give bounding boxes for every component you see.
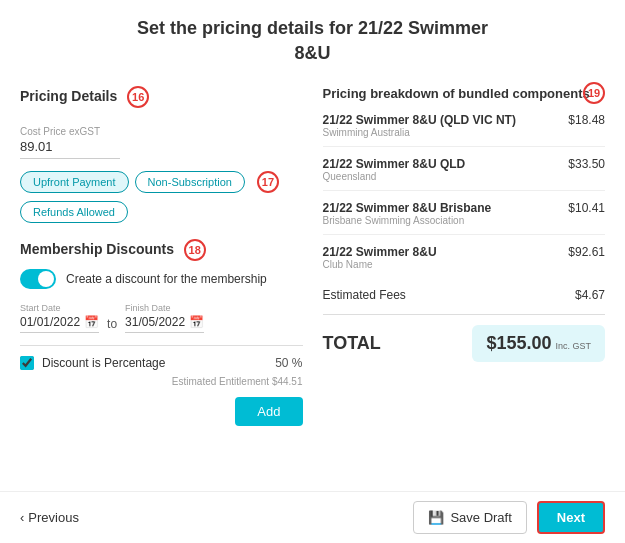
footer: ‹ Previous 💾 Save Draft Next: [0, 491, 625, 543]
breakdown-item-name-0: 21/22 Swimmer 8&U (QLD VIC NT): [323, 113, 516, 127]
breakdown-header-label: Pricing breakdown of bundled components: [323, 86, 590, 101]
finish-date-field: Finish Date 31/05/2022 📅: [125, 303, 204, 333]
to-label: to: [107, 317, 117, 331]
non-subscription-tag[interactable]: Non-Subscription: [135, 171, 245, 193]
save-icon: 💾: [428, 510, 444, 525]
start-date-label: Start Date: [20, 303, 99, 313]
discount-value: 50 %: [275, 356, 302, 370]
upfront-payment-tag[interactable]: Upfront Payment: [20, 171, 129, 193]
calendar-icon-finish: 📅: [189, 315, 204, 329]
discount-toggle[interactable]: [20, 269, 56, 289]
start-date-input[interactable]: 01/01/2022 📅: [20, 315, 99, 333]
footer-right: 💾 Save Draft Next: [413, 501, 605, 534]
save-draft-button[interactable]: 💾 Save Draft: [413, 501, 526, 534]
save-draft-label: Save Draft: [450, 510, 511, 525]
left-panel: Pricing Details 16 Cost Price exGST 89.0…: [20, 86, 303, 426]
title-line2: 8&U: [294, 43, 330, 63]
breakdown-item-name-2: 21/22 Swimmer 8&U Brisbane: [323, 201, 492, 215]
refunds-allowed-tag[interactable]: Refunds Allowed: [20, 201, 128, 223]
total-price-gst: Inc. GST: [555, 341, 591, 352]
total-label: TOTAL: [323, 333, 381, 354]
calendar-icon-start: 📅: [84, 315, 99, 329]
breakdown-item-text-1: 21/22 Swimmer 8&U QLD Queensland: [323, 157, 466, 182]
breakdown-items: 21/22 Swimmer 8&U (QLD VIC NT) Swimming …: [323, 113, 606, 278]
breakdown-item-price-2: $10.41: [568, 201, 605, 215]
breakdown-item-0: 21/22 Swimmer 8&U (QLD VIC NT) Swimming …: [323, 113, 606, 147]
page-title: Set the pricing details for 21/22 Swimme…: [20, 16, 605, 66]
estimated-entitlement: Estimated Entitlement $44.51: [20, 376, 303, 387]
breakdown-item-sub-3: Club Name: [323, 259, 437, 270]
membership-discounts-label: Membership Discounts: [20, 241, 174, 257]
start-date-value: 01/01/2022: [20, 315, 80, 329]
right-panel: Pricing breakdown of bundled components …: [323, 86, 606, 426]
start-date-field: Start Date 01/01/2022 📅: [20, 303, 99, 333]
refund-tag-row: Refunds Allowed: [20, 201, 303, 223]
estimated-fees-row: Estimated Fees $4.67: [323, 288, 606, 302]
previous-button[interactable]: ‹ Previous: [20, 510, 79, 525]
breakdown-item-text-2: 21/22 Swimmer 8&U Brisbane Brisbane Swim…: [323, 201, 492, 226]
breakdown-item-text-3: 21/22 Swimmer 8&U Club Name: [323, 245, 437, 270]
badge-17: 17: [257, 171, 279, 193]
page-container: Set the pricing details for 21/22 Swimme…: [0, 0, 625, 543]
cost-price-field: Cost Price exGST 89.01: [20, 126, 303, 159]
breakdown-item-name-1: 21/22 Swimmer 8&U QLD: [323, 157, 466, 171]
breakdown-item-sub-1: Queensland: [323, 171, 466, 182]
toggle-row: Create a discount for the membership: [20, 269, 303, 289]
finish-date-input[interactable]: 31/05/2022 📅: [125, 315, 204, 333]
finish-date-value: 31/05/2022: [125, 315, 185, 329]
breakdown-item-name-3: 21/22 Swimmer 8&U: [323, 245, 437, 259]
breakdown-item-2: 21/22 Swimmer 8&U Brisbane Brisbane Swim…: [323, 201, 606, 235]
estimated-fees-label: Estimated Fees: [323, 288, 406, 302]
breakdown-item-3: 21/22 Swimmer 8&U Club Name $92.61: [323, 245, 606, 278]
cost-price-label: Cost Price exGST: [20, 126, 303, 137]
main-content: Pricing Details 16 Cost Price exGST 89.0…: [20, 86, 605, 426]
total-price-amount: $155.00: [486, 333, 551, 354]
pricing-details-section: Pricing Details 16: [20, 86, 303, 116]
breakdown-item-text-0: 21/22 Swimmer 8&U (QLD VIC NT) Swimming …: [323, 113, 516, 138]
pricing-details-header: Pricing Details 16: [20, 86, 149, 108]
pricing-details-label: Pricing Details: [20, 88, 117, 104]
breakdown-item-sub-0: Swimming Australia: [323, 127, 516, 138]
date-row: Start Date 01/01/2022 📅 to Finish Date 3…: [20, 303, 303, 333]
chevron-left-icon: ‹: [20, 510, 24, 525]
tag-row: Upfront Payment Non-Subscription 17: [20, 171, 303, 193]
title-line1: Set the pricing details for 21/22 Swimme…: [137, 18, 488, 38]
breakdown-item-price-0: $18.48: [568, 113, 605, 127]
add-button[interactable]: Add: [235, 397, 302, 426]
cost-price-value[interactable]: 89.01: [20, 139, 120, 159]
breakdown-item-price-3: $92.61: [568, 245, 605, 259]
estimated-fees-value: $4.67: [575, 288, 605, 302]
total-row: TOTAL $155.00 Inc. GST: [323, 325, 606, 362]
discount-is-percentage-checkbox[interactable]: [20, 356, 34, 370]
discount-is-percentage-label: Discount is Percentage: [42, 356, 267, 370]
membership-discounts-section: Membership Discounts 18: [20, 239, 303, 261]
toggle-label: Create a discount for the membership: [66, 272, 267, 286]
badge-18: 18: [184, 239, 206, 261]
badge-16: 16: [127, 86, 149, 108]
breakdown-header-row: Pricing breakdown of bundled components …: [323, 86, 606, 101]
previous-label: Previous: [28, 510, 79, 525]
total-price-box: $155.00 Inc. GST: [472, 325, 605, 362]
breakdown-item-sub-2: Brisbane Swimming Association: [323, 215, 492, 226]
discount-percentage-row: Discount is Percentage 50 %: [20, 356, 303, 370]
breakdown-item-1: 21/22 Swimmer 8&U QLD Queensland $33.50: [323, 157, 606, 191]
breakdown-item-price-1: $33.50: [568, 157, 605, 171]
finish-date-label: Finish Date: [125, 303, 204, 313]
next-button[interactable]: Next: [537, 501, 605, 534]
badge-19: 19: [583, 82, 605, 104]
